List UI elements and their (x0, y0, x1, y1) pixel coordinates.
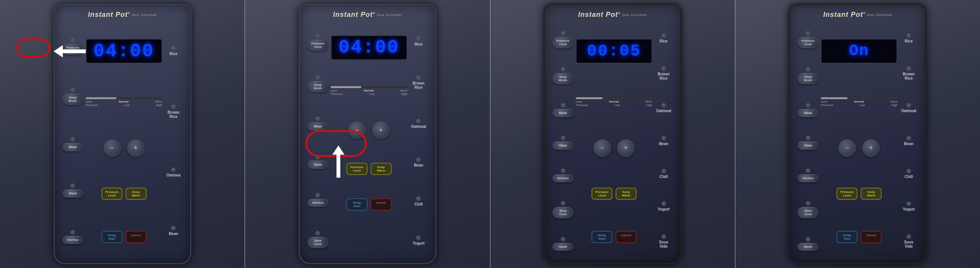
bean-label-3: Bean (659, 142, 668, 146)
keep-warm-button-4[interactable]: KeepWarm (861, 188, 882, 200)
pc-dot-2 (315, 34, 320, 38)
saute-button-4[interactable]: Sauté (797, 243, 818, 251)
more-label-4: More (890, 100, 897, 103)
less-label: Less (86, 100, 92, 103)
saute-button-3[interactable]: Sauté (552, 243, 573, 251)
right-col-2: Rice BrownRice Oatmeal Bean (410, 23, 428, 259)
sous-vide-dot-4 (906, 234, 911, 239)
slow-cook-button-4[interactable]: Slow Cook (797, 207, 818, 218)
pressure-level-button-3[interactable]: PressureLevel (591, 188, 612, 200)
brand-model-3: Duo Gourmet (622, 13, 647, 17)
panel-3-body: Instant Pot® Duo Gourmet PressureCook So… (544, 4, 681, 264)
soup-broth-button-4[interactable]: SoupBroth (797, 73, 818, 84)
pressure-level-button-4[interactable]: PressureLevel (836, 188, 858, 200)
pressure-cook-button-4[interactable]: PressureCook (797, 37, 818, 48)
oatmeal-dot (171, 167, 176, 172)
sous-vide-dot-3 (662, 234, 666, 239)
action-row-bot-3: DelayStart Cancel (591, 231, 637, 243)
pressure-cook-button-2[interactable]: PressureCook (307, 39, 328, 51)
bean-dot-4 (906, 136, 911, 141)
slow-cook-button-3[interactable]: Slow Cook (552, 207, 573, 218)
cancel-button-3[interactable]: Cancel (616, 231, 637, 243)
minus-button-4[interactable]: − (838, 139, 856, 157)
slider-labels-2: Less Normal More (331, 89, 407, 92)
brown-rice-dot (171, 105, 176, 109)
stew-button-4[interactable]: Stew (797, 141, 818, 150)
plus-button-1[interactable]: + (127, 139, 145, 157)
delay-start-button-2[interactable]: DelayStart (346, 198, 368, 211)
brown-rice-label-2: BrownRice (413, 81, 425, 90)
slider-bar-1[interactable] (86, 97, 162, 99)
yogurt-wrap-4: Yogurt (903, 201, 915, 211)
meat-button[interactable]: Meat (62, 143, 83, 151)
panel-2: Instant Pot® Duo Gourmet PressureCook So… (245, 0, 490, 268)
cancel-button-4[interactable]: Cancel (861, 231, 882, 243)
yogurt-dot-4 (906, 201, 911, 206)
brand-header-4: Instant Pot® Duo Gourmet (823, 11, 892, 19)
keep-warm-button-1[interactable]: KeepWarm (126, 188, 147, 200)
yogurt-label-4: Yogurt (903, 207, 915, 211)
minus-button-2[interactable]: − (348, 121, 366, 139)
action-row-top-1: PressureLevel KeepWarm (101, 188, 147, 200)
saute-wrap-4: Sauté (797, 237, 818, 251)
cancel-button-1[interactable]: Cancel (126, 231, 147, 243)
plus-button-2[interactable]: + (372, 121, 390, 139)
meat-button-2[interactable]: Meat (307, 122, 328, 131)
right-col-3: Rice BrownRice Oatmeal Bean (655, 23, 673, 259)
slider-bar-3[interactable] (576, 97, 652, 99)
sterilize-button[interactable]: Sterilize (62, 236, 83, 244)
minus-button-3[interactable]: − (593, 139, 611, 157)
bean-label-4: Bean (904, 142, 913, 146)
sterilize-button-2[interactable]: Sterilize (307, 199, 328, 207)
slow-cook-button-2[interactable]: SlowCook (307, 237, 328, 248)
soup-broth-button-3[interactable]: SoupBroth (552, 73, 573, 84)
slider-thumb-3 (576, 97, 603, 99)
brown-rice-dot-2 (416, 75, 421, 80)
delay-start-button-3[interactable]: DelayStart (591, 231, 612, 243)
keep-warm-button-2[interactable]: KeepWarm (371, 163, 392, 175)
soup-broth-button-2[interactable]: SoupBroth (307, 81, 328, 92)
meat-button-3[interactable]: Meat (552, 109, 573, 117)
rice-label-3: Rice (660, 39, 668, 43)
delay-start-button-1[interactable]: DelayStart (101, 231, 122, 243)
bean-dot-3 (662, 136, 666, 141)
right-col-4: Rice BrownRice Oatmeal Bean (900, 23, 918, 259)
oatmeal-dot-4 (906, 103, 911, 108)
stew-wrap-3: Stew (552, 136, 573, 150)
pressure-cook-btn-wrap: PressureCook (63, 38, 83, 55)
sterilize-button-4[interactable]: Sterilize (797, 174, 818, 182)
sterilize-dot-4 (806, 168, 810, 173)
slider-bar-4[interactable] (821, 97, 897, 99)
slider-bar-2[interactable] (331, 86, 407, 88)
plus-button-4[interactable]: + (862, 139, 880, 157)
brand-header-1: Instant Pot® Duo Gourmet (88, 11, 157, 19)
keep-warm-button-3[interactable]: KeepWarm (616, 188, 637, 200)
minus-button-1[interactable]: − (103, 139, 121, 157)
meat-dot-2 (315, 116, 320, 121)
stew-button[interactable]: Stew (62, 189, 83, 198)
pressure-cook-button[interactable]: PressureCook (63, 44, 83, 55)
saute-dot-3 (561, 237, 565, 242)
slider-section-1: Less Normal More Pressure Low High (86, 97, 162, 108)
soup-broth-button[interactable]: SoupBroth (62, 93, 83, 105)
display-1: 04:00 (86, 39, 162, 64)
stew-button-3[interactable]: Stew (552, 141, 573, 150)
stew-button-2[interactable]: Stew (307, 160, 328, 169)
pressure-cook-button-3[interactable]: PressureCook (552, 37, 573, 48)
cancel-button-2[interactable]: Cancel (371, 198, 392, 211)
meat-button-4[interactable]: Meat (797, 109, 818, 117)
oatmeal-dot-2 (416, 119, 421, 123)
delay-start-button-4[interactable]: DelayStart (836, 231, 858, 243)
pressure-level-button-1[interactable]: PressureLevel (101, 188, 122, 200)
sterilize-dot-3 (561, 168, 565, 173)
sterilize-button-3[interactable]: Sterilize (552, 174, 573, 182)
plus-button-3[interactable]: + (617, 139, 635, 157)
action-row-bot-2: DelayStart Cancel (346, 198, 392, 211)
bean-label-2: Bean (414, 163, 423, 167)
meat-wrap-3: Meat (552, 103, 573, 117)
bean-wrap-2: Bean (414, 157, 423, 167)
pressure-text-2: Pressure (331, 92, 343, 96)
meat-wrap: Meat (62, 137, 83, 151)
pressure-level-button-2[interactable]: PressureLevel (346, 163, 368, 175)
brown-rice-dot-4 (906, 66, 911, 71)
